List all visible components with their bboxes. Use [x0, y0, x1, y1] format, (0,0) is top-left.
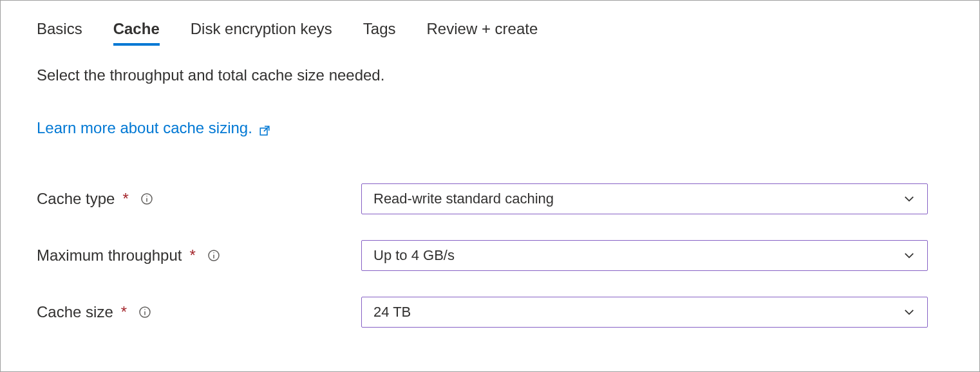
- cache-form: Cache type * Read-write standard caching: [37, 183, 943, 328]
- svg-point-9: [144, 309, 146, 310]
- label-max-throughput: Maximum throughput *: [37, 246, 361, 265]
- tab-tags[interactable]: Tags: [363, 20, 396, 44]
- chevron-down-icon: [903, 249, 916, 262]
- label-cache-type-text: Cache type: [37, 190, 115, 208]
- svg-point-3: [146, 196, 147, 197]
- external-link-icon: [259, 122, 270, 134]
- tab-cache[interactable]: Cache: [113, 20, 160, 44]
- learn-more-text: Learn more about cache sizing.: [37, 119, 252, 137]
- select-max-throughput[interactable]: Up to 4 GB/s: [361, 240, 928, 271]
- svg-point-6: [213, 252, 214, 254]
- info-icon[interactable]: [138, 306, 151, 319]
- select-cache-type-value: Read-write standard caching: [373, 191, 554, 207]
- label-cache-size-text: Cache size: [37, 303, 113, 321]
- select-cache-type[interactable]: Read-write standard caching: [361, 183, 928, 214]
- learn-more-link[interactable]: Learn more about cache sizing.: [37, 119, 270, 137]
- row-max-throughput: Maximum throughput * Up to 4 GB/s: [37, 240, 943, 271]
- required-indicator: *: [122, 190, 128, 208]
- select-cache-size-value: 24 TB: [373, 304, 411, 321]
- row-cache-size: Cache size * 24 TB: [37, 297, 943, 328]
- tab-disk-encryption-keys[interactable]: Disk encryption keys: [191, 20, 332, 44]
- tab-basics[interactable]: Basics: [37, 20, 82, 44]
- chevron-down-icon: [903, 192, 916, 205]
- cache-config-pane: Basics Cache Disk encryption keys Tags R…: [0, 0, 980, 372]
- chevron-down-icon: [903, 306, 916, 319]
- info-icon[interactable]: [207, 249, 220, 262]
- label-cache-type: Cache type *: [37, 190, 361, 208]
- required-indicator: *: [189, 246, 195, 265]
- tab-review-create[interactable]: Review + create: [427, 20, 538, 44]
- required-indicator: *: [121, 303, 127, 321]
- wizard-tabs: Basics Cache Disk encryption keys Tags R…: [37, 20, 943, 44]
- label-cache-size: Cache size *: [37, 303, 361, 321]
- select-cache-size[interactable]: 24 TB: [361, 297, 928, 328]
- info-icon[interactable]: [140, 192, 153, 205]
- label-max-throughput-text: Maximum throughput: [37, 246, 182, 265]
- row-cache-type: Cache type * Read-write standard caching: [37, 183, 943, 214]
- section-description: Select the throughput and total cache si…: [37, 66, 943, 84]
- select-max-throughput-value: Up to 4 GB/s: [373, 247, 455, 264]
